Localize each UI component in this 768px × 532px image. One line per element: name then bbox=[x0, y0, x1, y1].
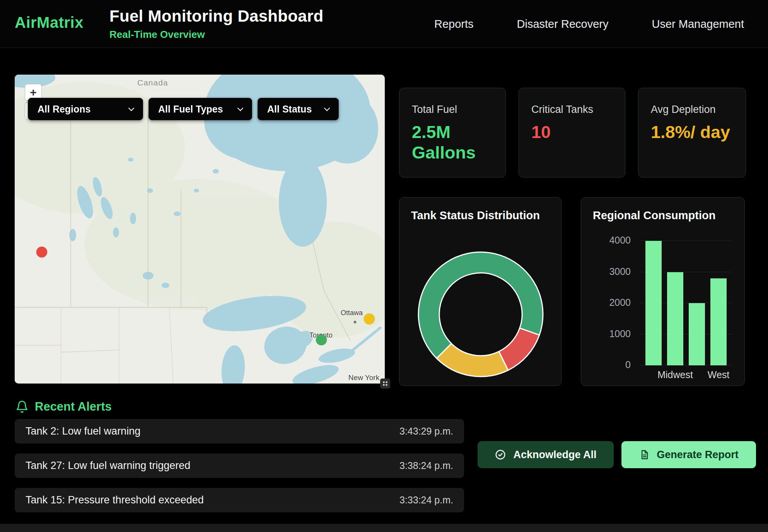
y-tick-label: 3000 bbox=[609, 266, 631, 277]
alert-row: Tank 2: Low fuel warning 3:43:29 p.m. bbox=[15, 419, 464, 443]
map-marker-normal[interactable] bbox=[316, 334, 327, 345]
tank-status-distribution-card: Tank Status Distribution bbox=[399, 197, 561, 386]
region-filter-value: All Regions bbox=[38, 104, 91, 115]
footer-bar bbox=[0, 524, 768, 532]
page-title-block: Fuel Monitoring Dashboard Real-Time Over… bbox=[109, 7, 323, 41]
alert-timestamp: 3:38:24 p.m. bbox=[399, 460, 453, 471]
page-title: Fuel Monitoring Dashboard bbox=[109, 7, 323, 26]
map-label-canada: Canada bbox=[137, 78, 168, 87]
main-nav: Reports Disaster Recovery User Managemen… bbox=[434, 0, 744, 48]
bar-2 bbox=[689, 241, 705, 365]
donut-segment-warning bbox=[437, 344, 508, 377]
status-filter-value: All Status bbox=[267, 104, 312, 115]
y-tick-label: 4000 bbox=[609, 235, 631, 246]
document-icon bbox=[639, 449, 650, 460]
region-filter-dropdown[interactable]: All Regions bbox=[28, 98, 143, 120]
alert-message: Tank 27: Low fuel warning triggered bbox=[26, 460, 190, 472]
x-tick-label: Midwest bbox=[657, 369, 693, 380]
app-logo[interactable]: AirMatrix bbox=[15, 14, 84, 31]
grip-dots-icon bbox=[382, 381, 388, 386]
generate-report-label: Generate Report bbox=[657, 449, 739, 461]
nav-reports[interactable]: Reports bbox=[434, 18, 474, 31]
stat-card-avg-depletion: Avg Depletion 1.8%/ day bbox=[638, 88, 746, 177]
fuel-monitoring-dashboard: AirMatrix Fuel Monitoring Dashboard Real… bbox=[0, 0, 768, 532]
stat-card-critical-tanks: Critical Tanks 10 bbox=[519, 88, 625, 177]
y-tick-label: 1000 bbox=[609, 328, 631, 339]
alert-timestamp: 3:33:24 p.m. bbox=[399, 494, 453, 506]
stat-value: 2.5M Gallons bbox=[412, 122, 495, 163]
regional-consumption-card: Regional Consumption 01000200030004000 M… bbox=[581, 197, 745, 386]
stat-value: 1.8%/ day bbox=[651, 122, 735, 142]
map-filter-bar: All Regions All Fuel Types All Status bbox=[28, 98, 339, 120]
stat-value: 10 bbox=[531, 122, 614, 142]
check-circle-icon bbox=[495, 449, 506, 460]
acknowledge-all-label: Acknowledge All bbox=[513, 449, 596, 461]
bar-0 bbox=[645, 241, 662, 365]
chevron-down-icon bbox=[324, 105, 330, 111]
alert-row: Tank 15: Pressure threshold exceeded 3:3… bbox=[15, 488, 464, 512]
map-marker-critical[interactable] bbox=[36, 247, 47, 257]
bar-1: Midwest bbox=[667, 241, 683, 365]
bar-rect bbox=[667, 272, 683, 366]
chart-title: Tank Status Distribution bbox=[411, 209, 540, 222]
map-label-new-york: New York bbox=[348, 373, 380, 382]
bar-chart-bars: MidwestWest bbox=[640, 241, 732, 365]
map-label-ottawa: Ottawa bbox=[341, 309, 363, 317]
page-subtitle: Real-Time Overview bbox=[109, 29, 323, 41]
alert-message: Tank 2: Low fuel warning bbox=[26, 425, 140, 437]
generate-report-button[interactable]: Generate Report bbox=[621, 441, 756, 468]
alert-message: Tank 15: Pressure threshold exceeded bbox=[26, 494, 204, 506]
recent-alerts-title: Recent Alerts bbox=[35, 400, 112, 414]
bar-rect bbox=[689, 303, 705, 365]
donut-chart bbox=[415, 249, 546, 380]
status-filter-dropdown[interactable]: All Status bbox=[258, 98, 339, 120]
stat-label: Avg Depletion bbox=[651, 104, 735, 116]
chevron-down-icon bbox=[128, 105, 135, 111]
fuel-type-filter-dropdown[interactable]: All Fuel Types bbox=[148, 98, 252, 120]
recent-alerts-heading: Recent Alerts bbox=[15, 398, 112, 415]
bar-3: West bbox=[710, 241, 727, 365]
map-panel[interactable]: Canada Ottawa Toronto New York + − All R… bbox=[15, 75, 385, 384]
x-tick-label: West bbox=[708, 369, 730, 380]
map-canvas[interactable]: Canada Ottawa Toronto New York bbox=[15, 75, 385, 384]
chart-title: Regional Consumption bbox=[593, 209, 715, 222]
stat-label: Critical Tanks bbox=[531, 104, 614, 116]
nav-user-management[interactable]: User Management bbox=[652, 18, 744, 31]
bell-icon bbox=[15, 400, 29, 413]
top-bar: AirMatrix Fuel Monitoring Dashboard Real… bbox=[0, 0, 768, 48]
fuel-type-filter-value: All Fuel Types bbox=[158, 104, 223, 115]
chevron-down-icon bbox=[237, 105, 244, 111]
y-tick-label: 0 bbox=[625, 359, 631, 370]
map-city-dot-ottawa bbox=[354, 321, 357, 324]
stat-label: Total Fuel bbox=[412, 104, 495, 116]
bar-rect bbox=[645, 241, 662, 365]
alert-row: Tank 27: Low fuel warning triggered 3:38… bbox=[15, 454, 464, 478]
map-marker-warning[interactable] bbox=[364, 314, 375, 324]
acknowledge-all-button[interactable]: Acknowledge All bbox=[478, 441, 614, 468]
nav-disaster-recovery[interactable]: Disaster Recovery bbox=[517, 18, 609, 31]
stat-card-total-fuel: Total Fuel 2.5M Gallons bbox=[399, 88, 506, 177]
y-tick-label: 2000 bbox=[609, 297, 631, 308]
bar-chart-y-axis: 01000200030004000 bbox=[581, 241, 635, 365]
map-resize-handle[interactable] bbox=[380, 379, 390, 389]
alert-timestamp: 3:43:29 p.m. bbox=[399, 426, 453, 437]
bar-chart-plot: MidwestWest bbox=[640, 241, 732, 365]
bar-rect bbox=[710, 278, 727, 365]
